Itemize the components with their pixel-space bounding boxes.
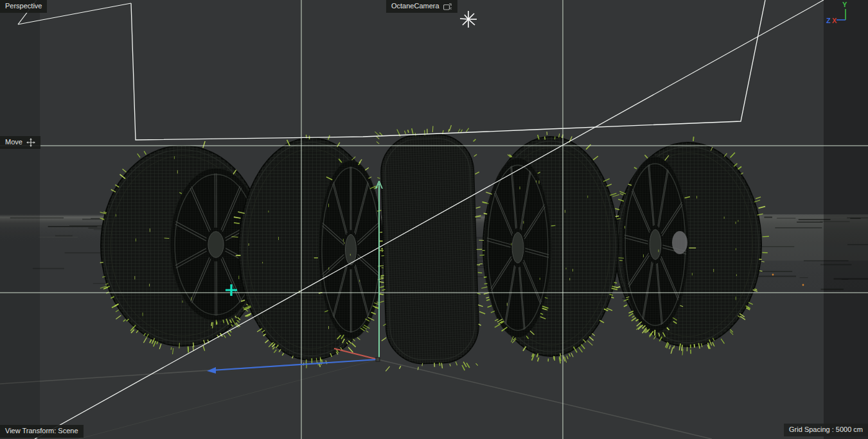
- camera-name-text: OctaneCamera: [391, 1, 439, 11]
- x-axis-handle: [334, 349, 378, 359]
- active-tool-label[interactable]: Move: [0, 136, 40, 149]
- viewport-3d[interactable]: Perspective OctaneCamera Move View Trans…: [0, 0, 868, 439]
- move-tool-icon: [26, 138, 35, 147]
- z-axis-handle: [212, 359, 378, 370]
- active-tool-text: Move: [5, 137, 22, 147]
- tire-wireframe-2: [231, 135, 386, 368]
- accent-dot: [772, 274, 774, 276]
- gizmo-y-label: Y: [842, 1, 847, 8]
- view-transform-label: View Transform: Scene: [0, 425, 84, 438]
- view-name-text: Perspective: [5, 1, 42, 11]
- tire-wireframe-4: [479, 132, 624, 363]
- gizmo-z-label: Z: [826, 17, 831, 24]
- view-name-label[interactable]: Perspective: [0, 0, 47, 13]
- accent-dot: [802, 284, 804, 286]
- camera-swap-icon[interactable]: [443, 3, 452, 10]
- grid-spacing-label: Grid Spacing : 5000 cm: [784, 424, 868, 436]
- orientation-axis-gizmo: Y Z X: [824, 0, 855, 30]
- camera-name-label[interactable]: OctaneCamera: [386, 0, 457, 13]
- scene-svg[interactable]: [0, 0, 868, 439]
- tire-wireframe-3: [373, 125, 487, 373]
- tire-wireframe-5: [613, 137, 769, 356]
- view-transform-text: View Transform: Scene: [5, 426, 78, 436]
- light-object-icon: [460, 11, 477, 28]
- gizmo-x-label: X: [832, 17, 837, 24]
- grid-spacing-text: Grid Spacing : 5000 cm: [789, 425, 863, 435]
